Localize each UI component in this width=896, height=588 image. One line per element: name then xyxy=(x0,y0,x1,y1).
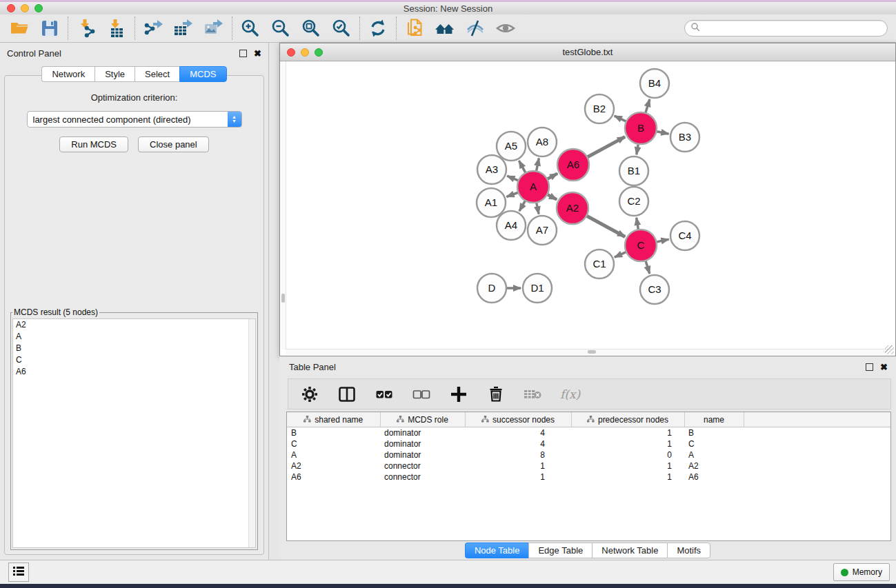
tab-mcds[interactable]: MCDS xyxy=(179,66,226,82)
table-close-panel-icon[interactable]: ✖ xyxy=(880,363,888,372)
node-D[interactable]: D xyxy=(477,274,506,303)
column-header-MCDS-role[interactable]: MCDS role xyxy=(380,412,465,427)
network-close-icon[interactable] xyxy=(287,48,295,57)
zoom-out-icon[interactable] xyxy=(270,17,292,39)
result-scrollbar[interactable] xyxy=(248,319,255,547)
table-cell[interactable]: 1 xyxy=(571,438,684,449)
table-cell[interactable]: 0 xyxy=(571,449,684,460)
table-cell[interactable]: dominator xyxy=(380,449,465,460)
network-zoom-icon[interactable] xyxy=(315,48,323,57)
node-C4[interactable]: C4 xyxy=(670,221,699,250)
close-panel-icon[interactable]: ✖ xyxy=(254,49,261,58)
column-header-shared-name[interactable]: shared name xyxy=(287,412,380,427)
export-image-icon[interactable] xyxy=(203,17,225,39)
search-input[interactable] xyxy=(684,20,888,37)
node-A7[interactable]: A7 xyxy=(528,216,557,245)
memory-button[interactable]: Memory xyxy=(833,563,890,581)
column-header-predecessor-nodes[interactable]: predecessor nodes xyxy=(571,412,684,427)
close-panel-button[interactable]: Close panel xyxy=(138,136,209,152)
node-A4[interactable]: A4 xyxy=(497,211,526,240)
network-minimize-icon[interactable] xyxy=(301,48,309,57)
gear-icon[interactable] xyxy=(299,384,320,405)
table-cell[interactable]: 4 xyxy=(465,427,571,439)
table-cell[interactable]: A xyxy=(684,449,744,460)
node-C2[interactable]: C2 xyxy=(619,187,648,216)
tab-node-table[interactable]: Node Table xyxy=(465,543,529,558)
tab-style[interactable]: Style xyxy=(94,66,135,82)
table-cell[interactable]: A2 xyxy=(287,460,380,472)
run-mcds-button[interactable]: Run MCDS xyxy=(59,136,128,152)
zoom-selected-icon[interactable] xyxy=(330,17,352,39)
table-cell[interactable]: B xyxy=(287,427,380,439)
table-cell[interactable]: 1 xyxy=(571,427,684,439)
table-row[interactable]: A6connector11A6 xyxy=(287,472,890,483)
table-cell[interactable]: 1 xyxy=(465,472,571,483)
table-cell[interactable]: dominator xyxy=(380,438,465,449)
search-text-field[interactable] xyxy=(703,23,887,34)
close-window-icon[interactable] xyxy=(7,4,15,12)
table-row[interactable]: Bdominator41B xyxy=(287,427,890,439)
home-icon[interactable] xyxy=(434,17,456,39)
uncheck-all-icon[interactable] xyxy=(411,384,432,405)
minimize-window-icon[interactable] xyxy=(21,4,29,12)
table-cell[interactable]: 1 xyxy=(571,472,684,483)
node-table[interactable]: shared nameMCDS rolesuccessor nodesprede… xyxy=(286,412,891,541)
node-A2[interactable]: A2 xyxy=(557,192,588,224)
network-titlebar[interactable]: testGlobe.txt xyxy=(280,43,895,61)
node-C1[interactable]: C1 xyxy=(585,250,614,278)
node-A8[interactable]: A8 xyxy=(528,128,557,156)
hide-details-icon[interactable] xyxy=(464,17,486,39)
node-B1[interactable]: B1 xyxy=(619,156,648,185)
network-document-icon[interactable] xyxy=(404,17,426,39)
table-cell[interactable]: 1 xyxy=(465,460,571,472)
network-horizontal-scrollbar[interactable] xyxy=(286,349,895,355)
table-cell[interactable]: 4 xyxy=(465,438,571,449)
check-all-icon[interactable] xyxy=(374,384,395,405)
network-vertical-scrollbar[interactable] xyxy=(281,61,286,349)
result-item[interactable]: A6 xyxy=(13,366,255,378)
table-cell[interactable]: C xyxy=(684,438,744,449)
zoom-in-icon[interactable] xyxy=(239,17,261,39)
table-cell[interactable]: connector xyxy=(380,472,465,483)
node-A1[interactable]: A1 xyxy=(477,188,506,217)
mcds-result-list[interactable]: A2ABCA6 xyxy=(12,318,256,548)
refresh-icon[interactable] xyxy=(367,17,389,39)
export-table-icon[interactable] xyxy=(172,17,195,39)
criterion-dropdown[interactable]: largest connected component (directed) ▲… xyxy=(27,111,242,128)
node-C3[interactable]: C3 xyxy=(640,275,669,304)
float-panel-icon[interactable] xyxy=(239,50,247,57)
table-row[interactable]: Cdominator41C xyxy=(287,438,890,449)
node-B[interactable]: B xyxy=(625,112,657,144)
table-cell[interactable]: A xyxy=(287,449,380,460)
column-header-successor-nodes[interactable]: successor nodes xyxy=(465,412,571,427)
node-D1[interactable]: D1 xyxy=(523,274,552,303)
add-column-icon[interactable] xyxy=(448,384,469,405)
delete-column-icon[interactable] xyxy=(486,384,506,405)
table-cell[interactable]: A2 xyxy=(684,460,744,472)
save-icon[interactable] xyxy=(39,17,61,39)
network-canvas[interactable]: B4B2BB3A8A5A6A3B1AC2A1A2A4A7C4CC1DD1C3 xyxy=(281,61,895,355)
resize-grip[interactable] xyxy=(885,345,894,354)
tab-network-table[interactable]: Network Table xyxy=(592,543,667,558)
import-table-icon[interactable] xyxy=(106,17,128,39)
table-cell[interactable]: connector xyxy=(380,460,465,472)
node-A6[interactable]: A6 xyxy=(557,149,589,181)
zoom-window-icon[interactable] xyxy=(34,4,43,12)
table-cell[interactable]: dominator xyxy=(380,427,465,439)
open-icon[interactable] xyxy=(8,17,30,39)
table-cell[interactable]: B xyxy=(684,427,744,439)
table-float-panel-icon[interactable] xyxy=(866,363,873,371)
network-graph[interactable]: B4B2BB3A8A5A6A3B1AC2A1A2A4A7C4CC1DD1C3 xyxy=(281,61,896,352)
table-cell[interactable]: 8 xyxy=(465,449,571,460)
zoom-fit-icon[interactable] xyxy=(300,17,322,39)
result-item[interactable]: A2 xyxy=(13,319,255,331)
export-network-icon[interactable] xyxy=(142,17,164,39)
node-C[interactable]: C xyxy=(625,230,657,261)
tab-edge-table[interactable]: Edge Table xyxy=(528,543,592,558)
split-panel-icon[interactable] xyxy=(337,384,357,405)
column-header-name[interactable]: name xyxy=(684,412,744,427)
result-item[interactable]: C xyxy=(13,354,255,366)
table-cell[interactable]: A6 xyxy=(287,472,380,483)
table-cell[interactable]: A6 xyxy=(684,472,744,483)
result-item[interactable]: A xyxy=(13,331,255,343)
